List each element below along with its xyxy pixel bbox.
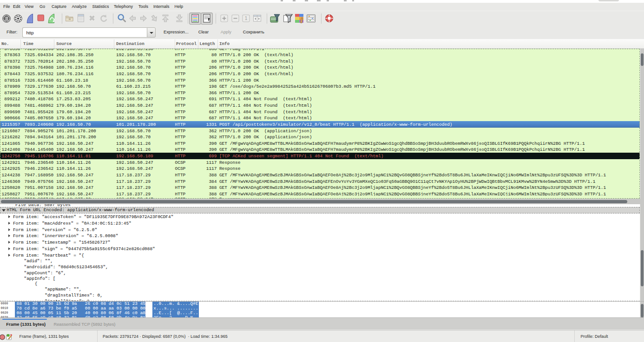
svg-text:1: 1	[245, 16, 248, 21]
